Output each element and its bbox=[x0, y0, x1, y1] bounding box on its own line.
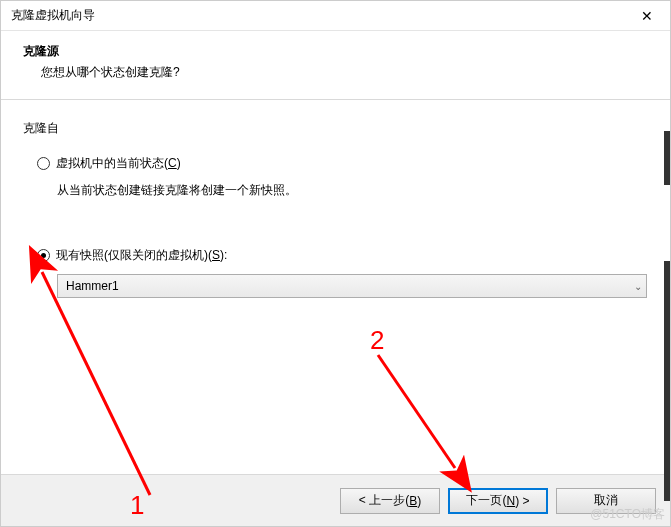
chevron-down-icon: ⌄ bbox=[634, 281, 642, 292]
decorative-edge bbox=[664, 131, 670, 185]
snapshot-dropdown[interactable]: Hammer1 ⌄ bbox=[57, 274, 647, 298]
wizard-header: 克隆源 您想从哪个状态创建克隆? bbox=[1, 31, 670, 100]
wizard-content: 克隆自 虚拟机中的当前状态(C) 从当前状态创建链接克隆将创建一个新快照。 现有… bbox=[1, 100, 670, 450]
dropdown-value: Hammer1 bbox=[66, 279, 119, 293]
radio-current-state[interactable]: 虚拟机中的当前状态(C) bbox=[37, 155, 648, 172]
radio-icon bbox=[37, 157, 50, 170]
decorative-edge bbox=[664, 261, 670, 501]
wizard-window: 克隆虚拟机向导 ✕ 克隆源 您想从哪个状态创建克隆? 克隆自 虚拟机中的当前状态… bbox=[0, 0, 671, 527]
group-label: 克隆自 bbox=[23, 120, 648, 137]
radio-current-label: 虚拟机中的当前状态(C) bbox=[56, 155, 181, 172]
window-title: 克隆虚拟机向导 bbox=[11, 7, 95, 24]
next-button[interactable]: 下一页(N) > bbox=[448, 488, 548, 514]
titlebar: 克隆虚拟机向导 ✕ bbox=[1, 1, 670, 31]
radio-existing-snapshot[interactable]: 现有快照(仅限关闭的虚拟机)(S): bbox=[37, 247, 648, 264]
header-title: 克隆源 bbox=[23, 43, 648, 60]
header-subtitle: 您想从哪个状态创建克隆? bbox=[41, 64, 648, 81]
close-icon: ✕ bbox=[641, 8, 653, 24]
close-button[interactable]: ✕ bbox=[624, 1, 670, 31]
annotation-number-1: 1 bbox=[130, 490, 144, 521]
annotation-number-2: 2 bbox=[370, 325, 384, 356]
wizard-footer: < 上一步(B) 下一页(N) > 取消 bbox=[1, 474, 670, 526]
back-button[interactable]: < 上一步(B) bbox=[340, 488, 440, 514]
radio-snapshot-label: 现有快照(仅限关闭的虚拟机)(S): bbox=[56, 247, 227, 264]
radio-current-description: 从当前状态创建链接克隆将创建一个新快照。 bbox=[57, 182, 648, 199]
watermark: @51CTO博客 bbox=[590, 506, 665, 523]
radio-icon bbox=[37, 249, 50, 262]
